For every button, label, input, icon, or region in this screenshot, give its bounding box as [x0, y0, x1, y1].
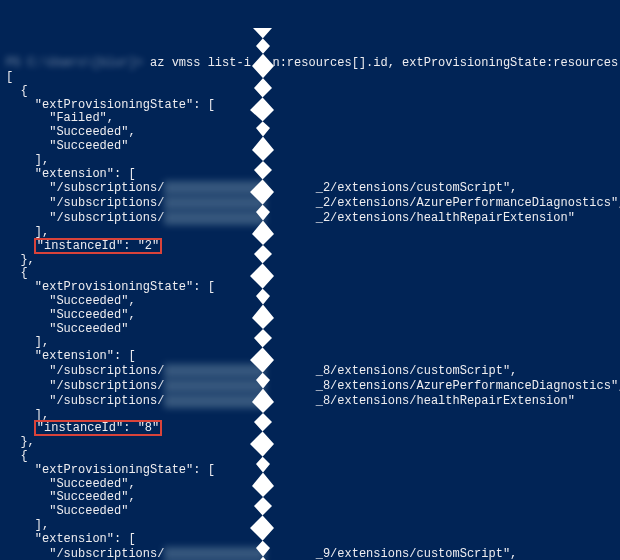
command-text-left: az vmss list-i: [150, 56, 251, 70]
prompt-obscured: PS C:\Users\[blur]>: [6, 56, 150, 70]
instance-id-highlight: "instanceId": "8": [35, 421, 161, 435]
command-text-right: n:resources[].id, extProvisioningState:r…: [272, 56, 620, 70]
terminal-output: PS C:\Users\[blur]> az vmss list-i n:res…: [6, 57, 620, 560]
instance-id-highlight: "instanceId": "2": [35, 239, 161, 253]
